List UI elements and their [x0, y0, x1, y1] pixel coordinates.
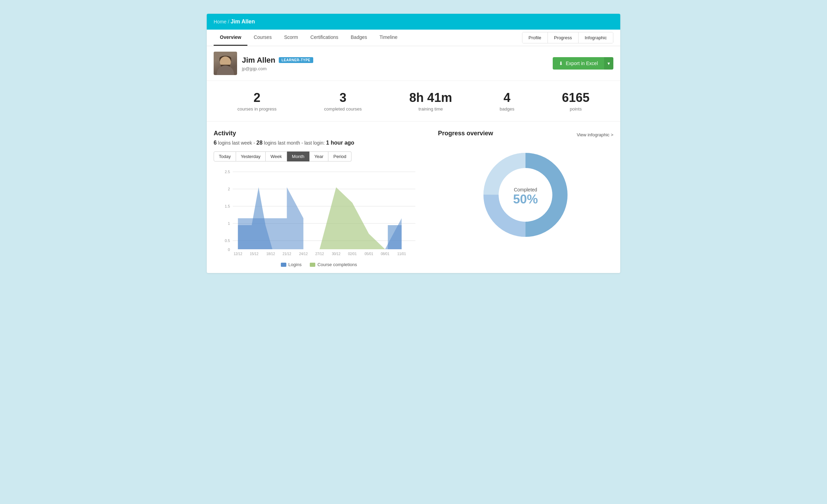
activity-summary: 6 logins last week - 28 logins last mont…: [214, 140, 424, 146]
breadcrumb-separator: /: [228, 19, 229, 24]
stat-label-points: points: [562, 106, 590, 112]
activity-chart: 2.5 2 1.5 1 0.5 0: [214, 168, 424, 258]
logins-week: 6: [214, 140, 217, 146]
profile-info: Jim Allen LEARNER-TYPE jp@jpjp.com: [242, 56, 313, 71]
svg-text:27/12: 27/12: [315, 252, 324, 256]
breadcrumb-home[interactable]: Home: [214, 19, 226, 24]
svg-text:1: 1: [228, 221, 230, 225]
tab-certifications[interactable]: Certifications: [304, 30, 345, 46]
main-container: Home / Jim Allen Overview Courses Scorm …: [207, 14, 620, 273]
top-bar: Home / Jim Allen: [207, 14, 620, 30]
stat-value-completed: 3: [324, 91, 362, 105]
svg-text:0.5: 0.5: [225, 239, 230, 243]
stat-courses-in-progress: 2 courses in progress: [237, 91, 276, 112]
tab-badges[interactable]: Badges: [345, 30, 373, 46]
logins-month: 28: [256, 140, 263, 146]
avatar-image: [214, 52, 237, 75]
nav-bar: Overview Courses Scorm Certifications Ba…: [207, 30, 620, 46]
activity-title: Activity: [214, 130, 424, 137]
stat-training-time: 8h 41m training time: [409, 91, 452, 112]
legend-logins: Logins: [281, 262, 302, 267]
stat-points: 6165 points: [562, 91, 590, 112]
svg-text:08/01: 08/01: [381, 252, 389, 256]
svg-text:05/01: 05/01: [365, 252, 373, 256]
stat-completed-courses: 3 completed courses: [324, 91, 362, 112]
legend-completions: Course completions: [310, 262, 357, 267]
svg-text:21/12: 21/12: [283, 252, 291, 256]
export-icon: ⬇: [559, 61, 563, 66]
filter-month[interactable]: Month: [287, 151, 309, 161]
stat-label-badges: badges: [500, 106, 514, 112]
legend-completions-label: Course completions: [317, 262, 357, 267]
activity-panel: Activity 6 logins last week - 28 logins …: [214, 130, 424, 265]
view-infographic-link[interactable]: View infographic >: [577, 132, 613, 137]
right-nav-buttons: Profile Progress Infographic: [522, 32, 613, 43]
svg-text:0: 0: [228, 248, 230, 252]
svg-text:02/01: 02/01: [348, 252, 357, 256]
time-filter: Today Yesterday Week Month Year Period: [214, 151, 424, 161]
svg-text:11/01: 11/01: [397, 252, 406, 256]
svg-text:1.5: 1.5: [225, 204, 230, 208]
progress-header: Progress overview View infographic >: [438, 130, 613, 140]
profile-left: Jim Allen LEARNER-TYPE jp@jpjp.com: [214, 52, 313, 75]
profile-email: jp@jpjp.com: [242, 66, 313, 71]
stat-value-points: 6165: [562, 91, 590, 105]
filter-year[interactable]: Year: [309, 151, 328, 161]
stat-value-training-time: 8h 41m: [409, 91, 452, 105]
stats-row: 2 courses in progress 3 completed course…: [207, 81, 620, 122]
last-login: 1 hour ago: [326, 140, 354, 146]
stat-label-completed: completed courses: [324, 106, 362, 112]
export-dropdown-button[interactable]: ▾: [604, 57, 613, 70]
progress-button[interactable]: Progress: [548, 32, 579, 43]
infographic-button[interactable]: Infographic: [579, 32, 613, 43]
svg-text:2: 2: [228, 187, 230, 191]
filter-period[interactable]: Period: [328, 151, 351, 161]
svg-text:15/12: 15/12: [250, 252, 258, 256]
svg-text:12/12: 12/12: [234, 252, 242, 256]
profile-name: Jim Allen: [242, 56, 275, 65]
svg-marker-13: [303, 187, 385, 249]
tab-courses[interactable]: Courses: [247, 30, 278, 46]
svg-text:50%: 50%: [513, 192, 538, 206]
export-group: ⬇ Export in Excel ▾: [553, 57, 613, 70]
tab-timeline[interactable]: Timeline: [373, 30, 404, 46]
chart-legend: Logins Course completions: [214, 262, 424, 267]
content-area: Activity 6 logins last week - 28 logins …: [207, 122, 620, 273]
legend-logins-color: [281, 263, 286, 267]
avatar: [214, 52, 237, 75]
svg-text:24/12: 24/12: [299, 252, 308, 256]
progress-panel: Progress overview View infographic >: [438, 130, 613, 265]
stat-value-badges: 4: [500, 91, 514, 105]
export-label: Export in Excel: [566, 61, 598, 66]
progress-title: Progress overview: [438, 130, 493, 137]
stat-value-courses-progress: 2: [237, 91, 276, 105]
tab-overview[interactable]: Overview: [214, 30, 247, 46]
donut-container: Completed 50%: [438, 147, 613, 243]
export-excel-button[interactable]: ⬇ Export in Excel: [553, 57, 604, 70]
chart-area: 2.5 2 1.5 1 0.5 0: [214, 168, 424, 265]
stat-label-training-time: training time: [409, 106, 452, 112]
nav-tabs: Overview Courses Scorm Certifications Ba…: [214, 30, 404, 46]
svg-text:2.5: 2.5: [225, 170, 230, 174]
filter-today[interactable]: Today: [214, 151, 236, 161]
svg-marker-12: [238, 187, 401, 249]
tab-scorm[interactable]: Scorm: [278, 30, 304, 46]
stat-badges: 4 badges: [500, 91, 514, 112]
stat-label-courses-progress: courses in progress: [237, 106, 276, 112]
progress-donut-chart: Completed 50%: [477, 147, 574, 243]
breadcrumb-current: Jim Allen: [231, 19, 255, 25]
filter-yesterday[interactable]: Yesterday: [236, 151, 266, 161]
filter-week[interactable]: Week: [266, 151, 287, 161]
svg-text:18/12: 18/12: [266, 252, 275, 256]
learner-type-badge: LEARNER-TYPE: [279, 57, 313, 63]
legend-completions-color: [310, 263, 315, 267]
legend-logins-label: Logins: [288, 262, 302, 267]
svg-text:30/12: 30/12: [332, 252, 340, 256]
profile-bar: Jim Allen LEARNER-TYPE jp@jpjp.com ⬇ Exp…: [207, 46, 620, 81]
svg-text:Completed: Completed: [514, 187, 538, 192]
profile-button[interactable]: Profile: [522, 32, 548, 43]
